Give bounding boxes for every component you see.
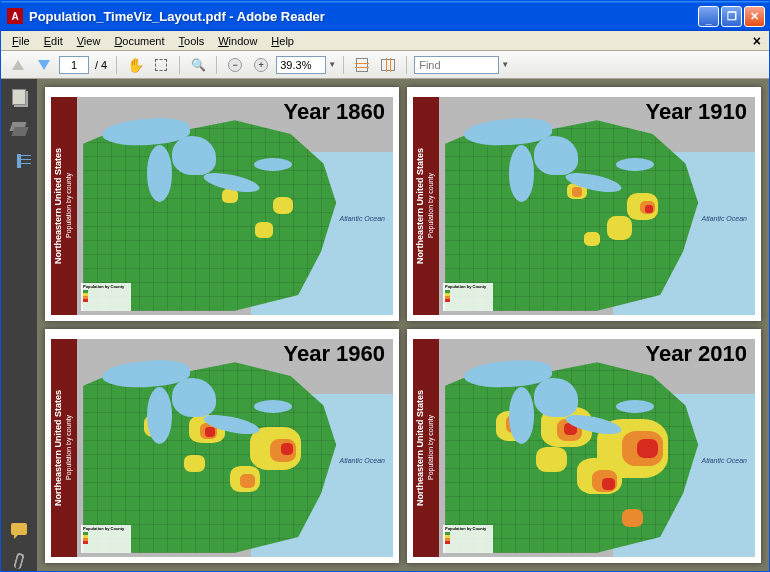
map-legend: Population by County [443, 525, 493, 553]
map-canvas: Year 1910 Atlantic Ocean Population by C… [439, 97, 755, 315]
pages-panel-button[interactable] [9, 87, 29, 107]
year-label: Year 1960 [283, 341, 385, 367]
map-title-sidebar: Northeastern United StatesPopulation by … [413, 339, 439, 557]
magnifier-icon: 🔍 [191, 58, 206, 72]
plus-icon: + [254, 58, 268, 72]
map-canvas: Year 1860 Atlantic Ocean Population by C… [77, 97, 393, 315]
zoom-tool-button[interactable]: 🔍 [187, 54, 209, 76]
toolbar: / 4 ✋ 🔍 − + ▼ ▼ [1, 51, 769, 79]
zoom-input[interactable] [276, 56, 326, 74]
map-legend: Population by County [81, 525, 131, 553]
pages-icon [12, 89, 26, 105]
page-number-input[interactable] [59, 56, 89, 74]
zoom-dropdown-icon[interactable]: ▼ [328, 60, 336, 69]
menu-file[interactable]: File [5, 33, 37, 49]
layers-icon [11, 122, 27, 136]
arrow-down-icon [38, 60, 50, 70]
year-label: Year 2010 [645, 341, 747, 367]
arrow-up-icon [12, 60, 24, 70]
year-label: Year 1910 [645, 99, 747, 125]
hand-icon: ✋ [127, 57, 144, 73]
map-legend: Population by County [443, 283, 493, 311]
adobe-reader-icon: A [7, 8, 23, 24]
fit-page-icon [356, 58, 368, 72]
map-legend: Population by County [81, 283, 131, 311]
find-input[interactable] [414, 56, 499, 74]
hand-tool-button[interactable]: ✋ [124, 54, 146, 76]
close-doc-button[interactable]: × [749, 33, 765, 49]
bookmarks-panel-button[interactable] [9, 151, 29, 171]
fit-width-button[interactable] [377, 54, 399, 76]
document-view[interactable]: Northeastern United StatesPopulation by … [37, 79, 769, 571]
marquee-icon [155, 59, 167, 71]
page-total-label: / 4 [93, 59, 109, 71]
close-button[interactable]: ✕ [744, 6, 765, 27]
layers-panel-button[interactable] [9, 119, 29, 139]
zoom-out-button[interactable]: − [224, 54, 246, 76]
menu-help[interactable]: Help [264, 33, 301, 49]
map-title-sidebar: Northeastern United StatesPopulation by … [413, 97, 439, 315]
menu-tools[interactable]: Tools [172, 33, 212, 49]
menu-view[interactable]: View [70, 33, 108, 49]
paperclip-icon [13, 552, 25, 570]
menu-window[interactable]: Window [211, 33, 264, 49]
attachments-panel-button[interactable] [9, 551, 29, 571]
page-thumbnail[interactable]: Northeastern United StatesPopulation by … [45, 329, 399, 563]
page-thumbnail[interactable]: Northeastern United StatesPopulation by … [407, 87, 761, 321]
page-thumbnail[interactable]: Northeastern United StatesPopulation by … [45, 87, 399, 321]
maximize-button[interactable]: ❐ [721, 6, 742, 27]
minus-icon: − [228, 58, 242, 72]
fit-width-icon [381, 59, 395, 71]
select-tool-button[interactable] [150, 54, 172, 76]
window-title: Population_TimeViz_Layout.pdf - Adobe Re… [29, 9, 698, 24]
minimize-button[interactable]: _ [698, 6, 719, 27]
menu-edit[interactable]: Edit [37, 33, 70, 49]
map-title-sidebar: Northeastern United StatesPopulation by … [51, 339, 77, 557]
map-title-sidebar: Northeastern United StatesPopulation by … [51, 97, 77, 315]
map-canvas: Year 2010 Atlantic Ocean [439, 339, 755, 557]
menubar: File Edit View Document Tools Window Hel… [1, 31, 769, 51]
bookmarks-icon [17, 154, 21, 168]
map-canvas: Year 1960 Atlantic Ocean [77, 339, 393, 557]
prev-page-button[interactable] [7, 54, 29, 76]
year-label: Year 1860 [283, 99, 385, 125]
find-dropdown-icon[interactable]: ▼ [501, 60, 509, 69]
comments-panel-button[interactable] [9, 519, 29, 539]
nav-panel [1, 79, 37, 571]
page-thumbnail[interactable]: Northeastern United StatesPopulation by … [407, 329, 761, 563]
zoom-in-button[interactable]: + [250, 54, 272, 76]
fit-page-button[interactable] [351, 54, 373, 76]
next-page-button[interactable] [33, 54, 55, 76]
menu-document[interactable]: Document [107, 33, 171, 49]
window-titlebar: A Population_TimeViz_Layout.pdf - Adobe … [1, 1, 769, 31]
comment-icon [11, 523, 27, 535]
